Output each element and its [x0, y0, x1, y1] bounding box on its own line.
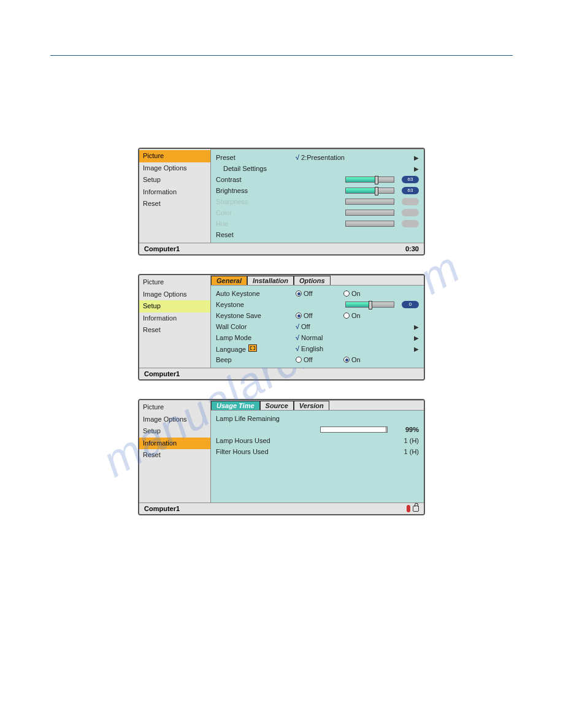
keystone-slider[interactable] — [345, 301, 394, 308]
tab-general[interactable]: General — [211, 276, 247, 285]
color-slider — [345, 210, 394, 216]
wall-color-row[interactable]: Wall Color √Off ▶ — [216, 321, 419, 332]
keystone-label: Keystone — [216, 301, 296, 308]
language-label: Language — [216, 344, 296, 353]
lamp-life-label: Lamp Life Remaining — [216, 415, 320, 422]
tab-options[interactable]: Options — [294, 276, 331, 285]
menu-item-reset[interactable]: Reset — [139, 198, 210, 210]
arrow-right-icon: ▶ — [414, 335, 419, 341]
beep-row[interactable]: Beep Off On — [216, 354, 419, 365]
lamp-mode-value: Normal — [301, 334, 323, 341]
main-menu: Picture Image Options Setup Information … — [139, 149, 210, 243]
tab-source[interactable]: Source — [260, 401, 294, 410]
setup-pane: General Installation Options Auto Keysto… — [210, 275, 424, 368]
hue-pill — [402, 220, 419, 227]
lamp-hours-value: 1 (H) — [404, 437, 419, 444]
keystone-value: 0 — [402, 301, 419, 308]
time-value: 0:30 — [405, 245, 419, 252]
color-row: Color — [216, 207, 419, 218]
lamp-life-progress-bar — [320, 427, 388, 433]
arrow-right-icon: ▶ — [414, 154, 419, 161]
beep-on-radio[interactable]: On — [343, 356, 373, 363]
source-name: Computer1 — [144, 370, 180, 377]
language-value: English — [301, 345, 323, 352]
source-name: Computer1 — [144, 505, 180, 512]
thermometer-icon — [407, 505, 410, 512]
brightness-label: Brightness — [216, 187, 296, 194]
menu-item-picture[interactable]: Picture — [139, 276, 210, 289]
arrow-right-icon: ▶ — [414, 165, 419, 172]
menu-item-setup[interactable]: Setup — [139, 425, 210, 438]
brightness-row[interactable]: Brightness 63 — [216, 185, 419, 196]
menu-item-reset[interactable]: Reset — [139, 449, 210, 461]
menu-item-information[interactable]: Information — [139, 186, 210, 199]
arrow-right-icon: ▶ — [414, 346, 419, 352]
filter-hours-value: 1 (H) — [404, 448, 419, 455]
preset-value: 2:Presentation — [301, 154, 345, 161]
wall-color-value: Off — [301, 323, 310, 330]
status-bar: Computer1 0:30 — [139, 243, 424, 254]
menu-item-information[interactable]: Information — [139, 313, 210, 325]
color-label: Color — [216, 209, 296, 216]
keystone-save-row[interactable]: Keystone Save Off On — [216, 310, 419, 321]
menu-item-setup[interactable]: Setup — [139, 300, 210, 313]
menu-panel-setup: Picture Image Options Setup Information … — [138, 274, 425, 381]
wall-color-label: Wall Color — [216, 323, 296, 330]
menu-item-image-options[interactable]: Image Options — [139, 414, 210, 426]
language-icon — [248, 344, 257, 352]
contrast-slider[interactable] — [345, 176, 394, 183]
reset-row[interactable]: Reset — [216, 229, 419, 240]
keystone-row[interactable]: Keystone 0 — [216, 299, 419, 310]
brightness-value: 63 — [402, 187, 419, 194]
keystone-save-label: Keystone Save — [216, 312, 296, 319]
status-bar: Computer1 — [139, 368, 424, 379]
setup-tabs: General Installation Options — [211, 276, 424, 286]
information-pane: Usage Time Source Version Lamp Life Rema… — [210, 400, 424, 502]
picture-settings-pane: Preset √2:Presentation ▶ Detail Settings… — [210, 149, 424, 243]
lamp-mode-label: Lamp Mode — [216, 334, 296, 341]
filter-hours-label: Filter Hours Used — [216, 448, 320, 455]
language-row[interactable]: Language √English ▶ — [216, 343, 419, 354]
menu-item-image-options[interactable]: Image Options — [139, 162, 210, 175]
information-tabs: Usage Time Source Version — [211, 401, 424, 411]
menu-item-information[interactable]: Information — [139, 438, 210, 450]
sharpness-row: Sharpness — [216, 196, 419, 207]
contrast-row[interactable]: Contrast 63 — [216, 174, 419, 185]
brightness-slider[interactable] — [345, 188, 394, 194]
preset-label: Preset — [216, 154, 296, 161]
tab-version[interactable]: Version — [294, 401, 329, 410]
menu-panel-information: Picture Image Options Setup Information … — [138, 399, 425, 515]
lamp-hours-row: Lamp Hours Used 1 (H) — [216, 435, 419, 446]
preset-row[interactable]: Preset √2:Presentation ▶ — [216, 152, 419, 163]
keystone-save-on-radio[interactable]: On — [343, 312, 373, 319]
menu-item-picture[interactable]: Picture — [139, 401, 210, 414]
contrast-value: 63 — [402, 176, 419, 183]
menu-item-image-options[interactable]: Image Options — [139, 289, 210, 301]
source-name: Computer1 — [144, 245, 180, 252]
lock-icon — [413, 506, 419, 512]
reset-label: Reset — [216, 231, 296, 238]
menu-item-picture[interactable]: Picture — [139, 150, 210, 162]
menu-item-reset[interactable]: Reset — [139, 324, 210, 336]
main-menu: Picture Image Options Setup Information … — [139, 400, 210, 502]
keystone-save-off-radio[interactable]: Off — [296, 312, 325, 319]
lamp-life-bar-row: 99% — [216, 424, 419, 435]
lamp-life-label-row: Lamp Life Remaining — [216, 413, 419, 424]
auto-keystone-off-radio[interactable]: Off — [296, 290, 325, 297]
menu-item-setup[interactable]: Setup — [139, 174, 210, 186]
auto-keystone-label: Auto Keystone — [216, 290, 296, 297]
beep-off-radio[interactable]: Off — [296, 356, 325, 363]
tab-installation[interactable]: Installation — [247, 276, 294, 285]
tab-usage-time[interactable]: Usage Time — [211, 401, 260, 410]
lamp-mode-row[interactable]: Lamp Mode √Normal ▶ — [216, 332, 419, 343]
color-pill — [402, 209, 419, 216]
auto-keystone-on-radio[interactable]: On — [343, 290, 373, 297]
detail-settings-row[interactable]: Detail Settings ▶ — [216, 163, 419, 174]
beep-label: Beep — [216, 356, 296, 363]
status-bar: Computer1 — [139, 502, 424, 514]
lamp-hours-label: Lamp Hours Used — [216, 437, 320, 444]
auto-keystone-row[interactable]: Auto Keystone Off On — [216, 288, 419, 299]
contrast-label: Contrast — [216, 176, 296, 183]
hue-slider — [345, 221, 394, 227]
hue-label: Hue — [216, 220, 296, 227]
